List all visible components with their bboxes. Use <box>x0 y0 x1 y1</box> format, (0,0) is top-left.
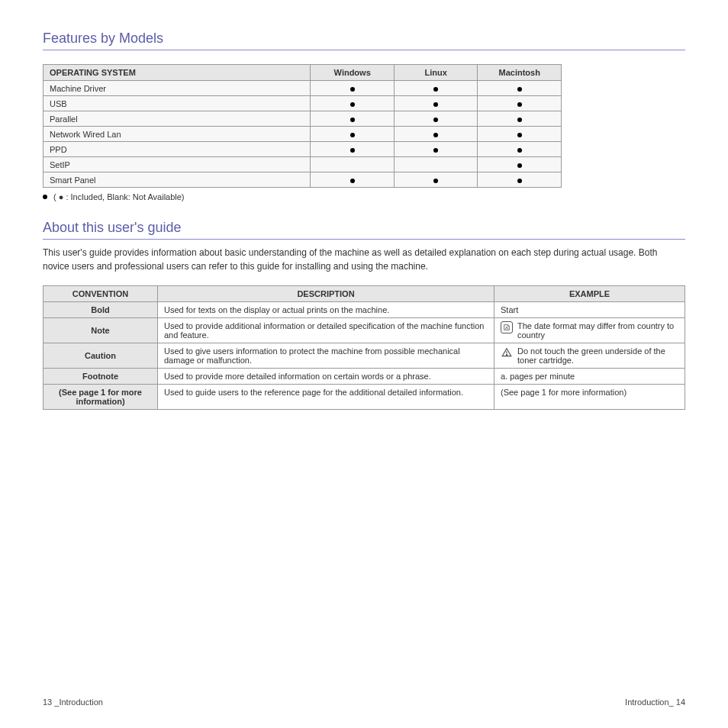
convention-example: (See page 1 for more information) <box>494 385 685 410</box>
os-features-table: OPERATING SYSTEM Windows Linux Macintosh… <box>43 64 562 188</box>
table-row: FootnoteUsed to provide more detailed in… <box>43 369 685 385</box>
table-header-row: CONVENTION DESCRIPTION EXAMPLE <box>43 286 685 302</box>
page-footer: 13 _Introduction Introduction_ 14 <box>43 697 685 707</box>
feature-mark <box>394 96 478 111</box>
feature-mark <box>311 157 395 172</box>
feature-mark <box>478 96 562 111</box>
table-row: NoteUsed to provide additional informati… <box>43 318 685 343</box>
table-row: USB <box>43 96 562 111</box>
feature-mark <box>478 127 562 142</box>
dot-icon <box>350 133 355 137</box>
feature-label: USB <box>43 96 311 111</box>
dot-icon <box>350 148 355 153</box>
feature-label: SetIP <box>43 157 311 172</box>
dot-icon <box>433 148 438 153</box>
feature-label: Machine Driver <box>43 81 311 96</box>
convention-name: Bold <box>43 302 158 318</box>
convention-example: Start <box>494 302 685 318</box>
note-icon <box>501 321 513 333</box>
convention-description: Used to provide additional information o… <box>158 318 494 343</box>
legend-text: ( ● : Included, Blank: Not Available) <box>53 192 185 201</box>
feature-mark <box>478 157 562 172</box>
conventions-table: CONVENTION DESCRIPTION EXAMPLE BoldUsed … <box>43 285 685 410</box>
dot-icon <box>433 133 438 137</box>
feature-mark <box>478 111 562 127</box>
convention-example: Do not touch the green underside of the … <box>494 343 685 369</box>
about-guide-heading: About this user's guide <box>43 220 685 240</box>
dot-icon <box>517 118 522 122</box>
feature-label: Smart Panel <box>43 172 311 188</box>
feature-mark <box>394 81 478 96</box>
feature-mark <box>311 142 395 157</box>
legend: ( ● : Included, Blank: Not Available) <box>43 192 685 201</box>
table-row: Smart Panel <box>43 172 562 188</box>
dot-icon <box>350 179 355 183</box>
table-row: SetIP <box>43 157 562 172</box>
feature-mark <box>478 172 562 188</box>
example-col-header: EXAMPLE <box>494 286 685 302</box>
table-row: CautionUsed to give users information to… <box>43 343 685 369</box>
convention-name: Footnote <box>43 369 158 385</box>
dot-icon <box>517 163 522 168</box>
convention-description: Used to provide more detailed informatio… <box>158 369 494 385</box>
feature-mark <box>394 142 478 157</box>
intro-paragraph: This user's guide provides information a… <box>43 246 685 273</box>
feature-mark <box>394 127 478 142</box>
convention-name: (See page 1 for more information) <box>43 385 158 410</box>
feature-label: Parallel <box>43 111 311 127</box>
linux-col-header: Linux <box>394 65 478 81</box>
table-row: (See page 1 for more information)Used to… <box>43 385 685 410</box>
feature-mark <box>311 127 395 142</box>
dot-icon <box>517 133 522 137</box>
feature-label: Network Wired Lan <box>43 127 311 142</box>
feature-mark <box>311 81 395 96</box>
os-col-header: OPERATING SYSTEM <box>43 65 311 81</box>
table-row: Network Wired Lan <box>43 127 562 142</box>
feature-mark <box>394 111 478 127</box>
convention-description: Used to give users information to protec… <box>158 343 494 369</box>
dot-icon <box>517 179 522 183</box>
feature-mark <box>311 111 395 127</box>
feature-label: PPD <box>43 142 311 157</box>
convention-col-header: CONVENTION <box>43 286 158 302</box>
table-row: Parallel <box>43 111 562 127</box>
dot-icon <box>517 102 522 107</box>
convention-example: The date format may differ from country … <box>494 318 685 343</box>
dot-icon <box>517 87 522 92</box>
dot-icon <box>350 102 355 107</box>
table-row: Machine Driver <box>43 81 562 96</box>
dot-icon <box>433 118 438 122</box>
feature-mark <box>394 172 478 188</box>
convention-name: Caution <box>43 343 158 369</box>
table-header-row: OPERATING SYSTEM Windows Linux Macintosh <box>43 65 562 81</box>
features-heading: Features by Models <box>43 31 685 50</box>
convention-description: Used to guide users to the reference pag… <box>158 385 494 410</box>
footer-right: Introduction_ 14 <box>625 697 685 707</box>
legend-dot-icon <box>43 195 47 199</box>
table-row: BoldUsed for texts on the display or act… <box>43 302 685 318</box>
convention-description: Used for texts on the display or actual … <box>158 302 494 318</box>
convention-example: a. pages per minute <box>494 369 685 385</box>
table-row: PPD <box>43 142 562 157</box>
feature-mark <box>311 172 395 188</box>
mac-col-header: Macintosh <box>478 65 562 81</box>
feature-mark <box>478 142 562 157</box>
caution-icon <box>501 346 513 359</box>
dot-icon <box>433 87 438 92</box>
dot-icon <box>433 179 438 183</box>
example-text: The date format may differ from country … <box>517 321 678 340</box>
windows-col-header: Windows <box>311 65 395 81</box>
dot-icon <box>433 102 438 107</box>
feature-mark <box>394 157 478 172</box>
description-col-header: DESCRIPTION <box>158 286 494 302</box>
feature-mark <box>311 96 395 111</box>
example-text: Do not touch the green underside of the … <box>517 346 678 365</box>
dot-icon <box>350 118 355 122</box>
dot-icon <box>517 148 522 153</box>
svg-point-1 <box>506 354 507 355</box>
dot-icon <box>350 87 355 92</box>
convention-name: Note <box>43 318 158 343</box>
footer-left: 13 _Introduction <box>43 697 103 707</box>
feature-mark <box>478 81 562 96</box>
